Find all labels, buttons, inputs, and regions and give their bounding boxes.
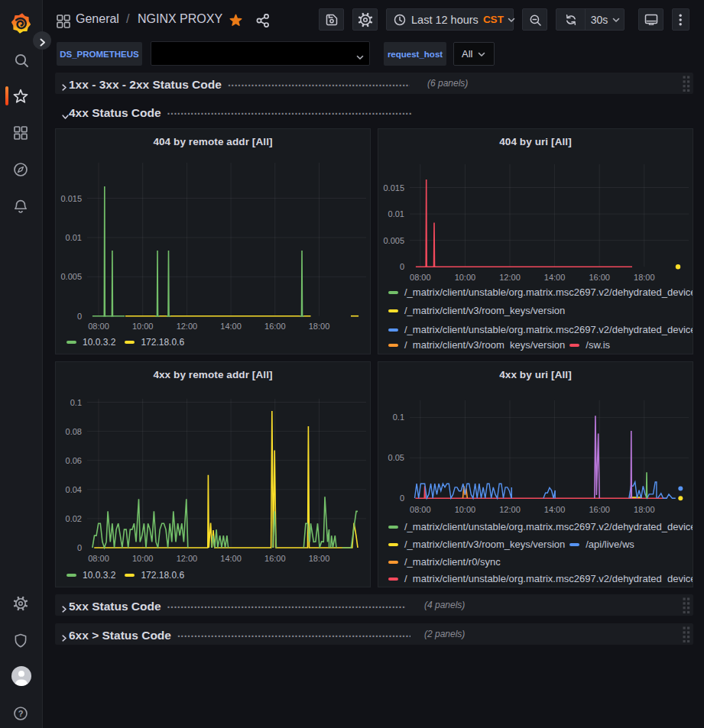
svg-text:16:00: 16:00 — [589, 273, 610, 282]
svg-text:0.02: 0.02 — [66, 514, 82, 523]
svg-text:0.1: 0.1 — [70, 398, 82, 407]
svg-text:12:00: 12:00 — [177, 322, 198, 331]
svg-text:14:00: 14:00 — [220, 322, 242, 331]
svg-text:18:00: 18:00 — [309, 322, 330, 331]
svg-text:0.05: 0.05 — [388, 453, 404, 462]
svg-text:0.005: 0.005 — [383, 236, 404, 245]
svg-text:0.01: 0.01 — [66, 233, 82, 242]
svg-text:0.1: 0.1 — [393, 413, 404, 422]
svg-text:0.005: 0.005 — [60, 272, 82, 281]
svg-text:0: 0 — [77, 543, 82, 552]
svg-text:12:00: 12:00 — [499, 273, 521, 282]
svg-text:10:00: 10:00 — [132, 554, 154, 563]
svg-text:16:00: 16:00 — [264, 322, 286, 331]
svg-text:14:00: 14:00 — [220, 554, 242, 563]
svg-text:0.06: 0.06 — [66, 456, 82, 465]
svg-text:16:00: 16:00 — [589, 505, 610, 514]
svg-text:0: 0 — [77, 312, 82, 321]
svg-text:12:00: 12:00 — [177, 554, 198, 563]
svg-text:10:00: 10:00 — [132, 322, 154, 331]
svg-text:08:00: 08:00 — [410, 273, 431, 282]
svg-text:0.01: 0.01 — [388, 209, 404, 218]
svg-text:12:00: 12:00 — [499, 505, 521, 514]
svg-text:18:00: 18:00 — [309, 554, 330, 563]
svg-text:14:00: 14:00 — [544, 273, 566, 282]
svg-text:18:00: 18:00 — [634, 505, 655, 514]
svg-text:0.08: 0.08 — [66, 427, 82, 436]
svg-text:08:00: 08:00 — [88, 554, 109, 563]
svg-text:0.04: 0.04 — [66, 485, 82, 494]
svg-text:16:00: 16:00 — [264, 554, 286, 563]
svg-text:10:00: 10:00 — [455, 505, 476, 514]
svg-text:08:00: 08:00 — [88, 322, 109, 331]
svg-text:08:00: 08:00 — [410, 505, 431, 514]
svg-text:0.015: 0.015 — [383, 183, 404, 193]
svg-text:0: 0 — [400, 493, 404, 503]
svg-text:0.015: 0.015 — [60, 194, 82, 203]
svg-text:18:00: 18:00 — [634, 273, 655, 282]
svg-text:0: 0 — [400, 262, 404, 271]
svg-text:14:00: 14:00 — [544, 505, 566, 514]
svg-text:10:00: 10:00 — [455, 273, 476, 282]
